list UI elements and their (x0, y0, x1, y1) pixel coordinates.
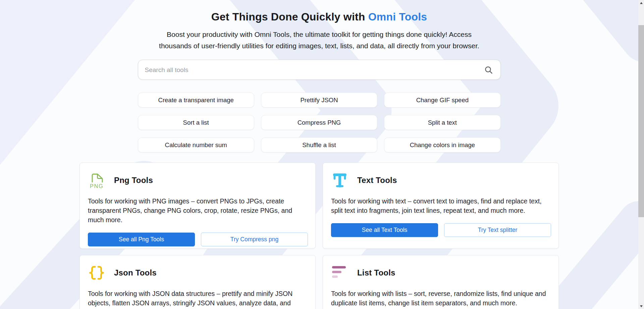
card-title: Png Tools (114, 176, 153, 185)
card-header: List Tools (331, 264, 551, 282)
letter-t-icon (331, 172, 348, 189)
scrollbar[interactable] (638, 0, 644, 309)
hero-subtitle: Boost your productivity with Omni Tools,… (0, 29, 638, 52)
png-file-icon: PNG (88, 172, 105, 189)
card-description: Tools for working with text – convert te… (331, 196, 551, 215)
card-description: Tools for working with JSON data structu… (88, 289, 308, 309)
card-header: PNG Png Tools (88, 172, 308, 189)
quick-tool-button[interactable]: Split a text (384, 115, 500, 130)
quick-tools-grid: Create a transparent image Prettify JSON… (138, 92, 501, 152)
search-bar (138, 60, 501, 80)
scroll-down-button[interactable] (638, 303, 644, 309)
list-tools-card: List Tools Tools for working with lists … (323, 255, 559, 309)
card-title: Json Tools (114, 268, 157, 277)
search-input[interactable] (144, 60, 474, 80)
try-text-splitter-button[interactable]: Try Text splitter (444, 223, 551, 237)
quick-tool-button[interactable]: Sort a list (138, 115, 254, 130)
card-description: Tools for working with PNG images – conv… (88, 196, 308, 225)
quick-tool-button[interactable]: Change GIF speed (384, 92, 500, 108)
hero-subtitle-line: thousands of user-friendly utilities for… (0, 40, 638, 52)
quick-tool-button[interactable]: Calculate number sum (138, 137, 254, 152)
page-title: Get Things Done Quickly with Omni Tools (0, 9, 638, 24)
quick-tool-button[interactable]: Change colors in image (384, 137, 500, 152)
svg-text:PNG: PNG (90, 183, 103, 189)
search-icon[interactable] (484, 66, 493, 74)
curly-braces-icon (88, 264, 105, 282)
png-tools-card: PNG Png Tools Tools for working with PNG… (79, 163, 316, 249)
quick-tool-button[interactable]: Create a transparent image (138, 92, 254, 108)
quick-tool-button[interactable]: Prettify JSON (261, 92, 377, 108)
page: Get Things Done Quickly with Omni Tools … (0, 0, 644, 309)
scroll-thumb[interactable] (638, 25, 644, 217)
card-header: Text Tools (331, 172, 551, 189)
see-all-text-tools-button[interactable]: See all Text Tools (331, 223, 438, 237)
list-lines-icon (331, 264, 348, 282)
quick-tool-button[interactable]: Compress PNG (261, 115, 377, 130)
card-actions: See all Png Tools Try Compress png (88, 233, 308, 246)
card-description: Tools for working with lists – sort, rev… (331, 289, 551, 308)
card-header: Json Tools (88, 264, 308, 282)
hero-subtitle-line: Boost your productivity with Omni Tools,… (0, 29, 638, 40)
card-actions: See all Text Tools Try Text splitter (331, 223, 551, 237)
tool-cards-grid: PNG Png Tools Tools for working with PNG… (79, 163, 559, 309)
page-title-text: Get Things Done Quickly with (211, 11, 368, 23)
brand-link[interactable]: Omni Tools (368, 11, 427, 23)
try-compress-png-button[interactable]: Try Compress png (201, 233, 308, 246)
scroll-up-button[interactable] (638, 0, 644, 6)
json-tools-card: Json Tools Tools for working with JSON d… (79, 255, 316, 309)
card-title: Text Tools (357, 176, 397, 185)
text-tools-card: Text Tools Tools for working with text –… (323, 163, 559, 249)
quick-tool-button[interactable]: Shuffle a list (261, 137, 377, 152)
see-all-png-tools-button[interactable]: See all Png Tools (88, 233, 195, 246)
hero-section: Get Things Done Quickly with Omni Tools … (0, 0, 638, 52)
card-title: List Tools (357, 268, 395, 277)
